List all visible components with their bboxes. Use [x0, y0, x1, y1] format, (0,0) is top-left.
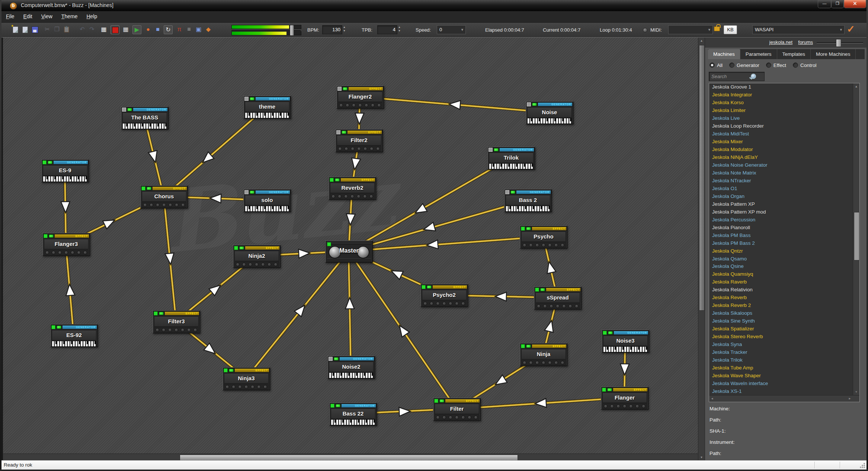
filter-radio-control[interactable]: Control	[793, 63, 817, 68]
mute-toggle[interactable]	[521, 227, 525, 231]
flow-arrow-es9-to-flanger3[interactable]	[60, 201, 71, 214]
cut-icon[interactable]: ✂	[43, 25, 51, 33]
machine-list-item[interactable]: Jeskola Loop Recorder	[709, 122, 859, 130]
machine-node-noise3[interactable]: GENERATORNoise3	[602, 330, 649, 353]
play-icon[interactable]: ▶	[132, 25, 141, 34]
machine-node-trilok[interactable]: GENERATORTrilok	[487, 147, 535, 170]
volume-slider-thumb[interactable]	[290, 25, 294, 36]
flow-arrow-chorus-to-filter3[interactable]	[164, 252, 176, 266]
scrollbar-thumb[interactable]	[699, 45, 705, 311]
scroll-down-icon[interactable]: ▼	[698, 456, 705, 459]
mute-toggle[interactable]	[489, 148, 493, 152]
machine-node-es9[interactable]: GENERATORES-9	[41, 159, 89, 182]
machine-list-item[interactable]: Jeskola Reverb 2	[709, 302, 859, 310]
machine-list-item[interactable]: Jeskola Qsine	[709, 263, 859, 270]
machine-list-item[interactable]: Jeskola Wave Shaper	[709, 372, 859, 380]
list-vertical-scrollbar[interactable]: ▲ ▼	[853, 83, 859, 395]
scroll-right-icon[interactable]: ►	[848, 397, 851, 400]
search-icon[interactable]	[751, 74, 756, 79]
machine-node-filter2[interactable]: EFFECTFilter2	[335, 129, 383, 152]
mute-toggle[interactable]	[44, 234, 48, 238]
apply-check-icon[interactable]: ✓	[847, 23, 855, 35]
machine-node-master[interactable]: Master	[325, 240, 373, 263]
machine-list-item[interactable]: Jeskola Mixer	[709, 138, 859, 146]
scroll-up-icon[interactable]: ▲	[853, 85, 859, 88]
kb-button[interactable]: KB	[724, 25, 737, 34]
machine-view-icon[interactable]	[110, 25, 119, 34]
flow-arrow-noise3-to-flanger[interactable]	[619, 362, 630, 376]
machine-list-item[interactable]: Jeskola O1	[709, 185, 859, 193]
canvas-vertical-scrollbar[interactable]: ▲ ▼	[698, 38, 705, 461]
redo-icon[interactable]: ↷	[88, 25, 96, 33]
tab-templates[interactable]: Templates	[777, 49, 811, 59]
mute-toggle[interactable]	[141, 186, 145, 190]
machine-list-item[interactable]: Jeskola Organ	[709, 193, 859, 201]
vu-meter[interactable]	[231, 25, 301, 35]
flow-arrow-flanger2-to-filter2[interactable]	[354, 112, 365, 125]
machine-list-item[interactable]: Jeskola Noise Generator	[709, 161, 859, 169]
machine-node-psycho[interactable]: EFFECTPsycho	[520, 225, 567, 249]
mute-toggle[interactable]	[337, 87, 342, 91]
resize-grip[interactable]	[860, 463, 865, 468]
close-button[interactable]: ✕	[844, 0, 866, 8]
machine-list-item[interactable]: Jeskola Qsamo	[709, 255, 859, 263]
machine-node-noise[interactable]: GENERATORNoise	[526, 101, 573, 124]
flow-arrow-noise2-to-master[interactable]	[344, 297, 355, 310]
mute-toggle[interactable]	[244, 190, 249, 194]
list-horizontal-scrollbar[interactable]: ◄ ►	[709, 395, 859, 402]
midi-keyboard-icon[interactable]: π	[175, 25, 183, 33]
filter-radio-effect[interactable]: Effect	[766, 63, 786, 68]
record-icon[interactable]: ●	[144, 25, 152, 33]
machine-node-ninja[interactable]: EFFECTNinja	[520, 343, 567, 366]
machine-list[interactable]: Jeskola Groove 1Jeskola IntegratorJeskol…	[709, 83, 860, 402]
machine-list-item[interactable]: Jeskola Trilok	[709, 356, 859, 364]
machine-list-item[interactable]: Jeskola Pianoroll	[709, 224, 859, 231]
machine-list-item[interactable]: Jeskola Limiter	[709, 107, 859, 115]
tpb-field[interactable]: 4	[377, 25, 397, 34]
flow-arrow-flanger-to-filter[interactable]	[534, 398, 548, 409]
machine-list-item[interactable]: Jeskola Integrator	[709, 91, 859, 99]
machine-node-bass22[interactable]: GENERATORBass 22	[329, 403, 377, 426]
machine-node-thebass[interactable]: GENERATORThe BASS	[121, 106, 169, 129]
machine-node-flanger2[interactable]: EFFECTFlanger2	[336, 86, 384, 109]
machine-list-item[interactable]: Jeskola Note Matrix	[709, 169, 859, 177]
machine-node-flanger[interactable]: EFFECTFlanger	[601, 387, 648, 410]
machine-node-bass2[interactable]: GENERATORBass 2	[504, 189, 552, 212]
mute-toggle[interactable]	[434, 399, 438, 403]
machine-node-psycho2[interactable]: EFFECTPsycho2	[420, 284, 468, 307]
flow-arrow-filter2-to-reverb2[interactable]	[349, 157, 362, 172]
tab-more-machines[interactable]: More Machines	[811, 49, 856, 59]
flow-arrow-bass22-to-filter[interactable]	[398, 406, 411, 417]
machine-node-es92[interactable]: GENERATORES-92	[50, 324, 98, 347]
machine-list-item[interactable]: Jeskola WaveIn interface	[709, 380, 859, 388]
flow-arrow-sspread-to-psycho2[interactable]	[494, 291, 507, 302]
machine-list-item[interactable]: Jeskola Sikaloops	[709, 310, 859, 317]
menu-item-edit[interactable]: Edit	[19, 11, 37, 19]
mute-toggle[interactable]	[122, 108, 126, 112]
mute-toggle[interactable]	[336, 130, 340, 134]
mute-toggle[interactable]	[521, 344, 525, 348]
machine-list-item[interactable]: Jeskola Korso	[709, 99, 859, 107]
unlock-icon[interactable]	[714, 26, 720, 31]
mute-toggle[interactable]	[330, 404, 334, 408]
mute-toggle[interactable]	[603, 331, 607, 335]
forums-link[interactable]: forums	[798, 39, 813, 45]
tab-parameters[interactable]: Parameters	[740, 49, 777, 59]
mute-toggle[interactable]	[234, 246, 238, 250]
scrollbar-thumb[interactable]	[180, 455, 518, 461]
machine-list-item[interactable]: Jeskola Live	[709, 115, 859, 122]
mute-toggle[interactable]	[244, 97, 249, 101]
tab-machines[interactable]: Machines	[708, 49, 740, 59]
machine-list-item[interactable]: Jeskola Syna	[709, 341, 859, 349]
menu-item-view[interactable]: View	[37, 11, 57, 19]
canvas-horizontal-scrollbar[interactable]	[3, 454, 698, 461]
machine-list-item[interactable]: Jeskola Pattern XP	[709, 201, 859, 208]
machine-list-item[interactable]: Jeskola PM Bass 2	[709, 239, 859, 247]
audio-driver-dropdown[interactable]: WASAPI▼	[752, 25, 845, 34]
mute-toggle[interactable]	[42, 160, 47, 164]
new-file-icon[interactable]: ✶	[11, 25, 19, 33]
machine-list-item[interactable]: Jeskola XS-1	[709, 388, 859, 395]
scroll-up-icon[interactable]: ▲	[698, 39, 705, 42]
machine-list-item[interactable]: Jeskola MidiTest	[709, 130, 859, 138]
mute-toggle[interactable]	[51, 325, 55, 329]
